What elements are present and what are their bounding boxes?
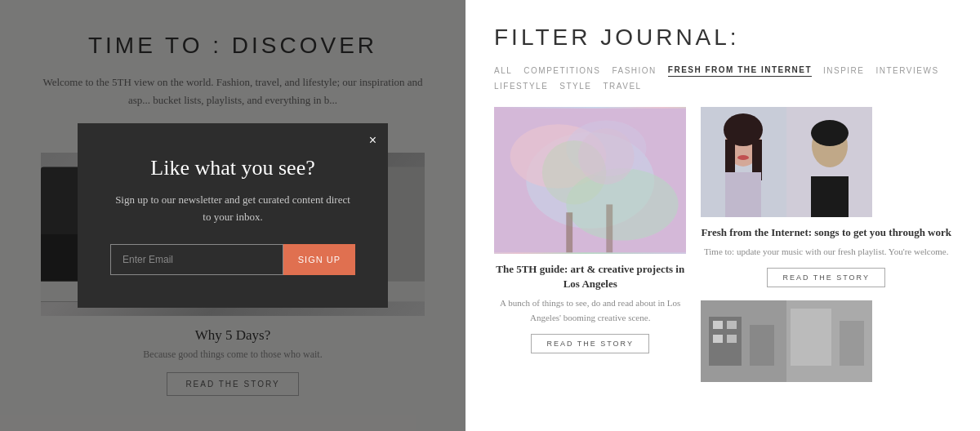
nav-travel[interactable]: TRAVEL — [604, 80, 642, 92]
svg-point-35 — [811, 120, 849, 146]
modal-title: Like what you see? — [110, 156, 355, 180]
right-articles: Fresh from the Internet: songs to get yo… — [701, 107, 951, 382]
songs-image — [701, 107, 872, 217]
bottom-article-image — [701, 300, 872, 382]
article-card-songs: Fresh from the Internet: songs to get yo… — [701, 107, 951, 287]
svg-rect-41 — [750, 325, 774, 366]
right-panel: FILTER JOURNAL: ALL COMPETITIONS FASHION… — [466, 0, 980, 431]
art-image — [494, 107, 686, 254]
art-article-desc: A bunch of things to see, do and read ab… — [494, 296, 686, 325]
articles-grid: The 5TH guide: art & creative projects i… — [494, 107, 951, 382]
filter-nav: ALL COMPETITIONS FASHION FRESH FROM THE … — [494, 64, 951, 92]
nav-fresh[interactable]: FRESH FROM THE INTERNET — [668, 64, 812, 77]
svg-rect-42 — [791, 309, 831, 366]
left-panel: TIME TO : DISCOVER Welcome to the 5TH vi… — [0, 0, 466, 431]
nav-inspire[interactable]: INSPIRE — [823, 64, 865, 77]
modal-close-button[interactable]: × — [369, 133, 376, 148]
svg-point-32 — [737, 155, 749, 160]
svg-point-22 — [578, 128, 635, 184]
svg-rect-31 — [725, 172, 761, 217]
nav-interviews[interactable]: INTERVIEWS — [876, 64, 939, 77]
nav-lifestyle[interactable]: LIFESTYLE — [494, 80, 548, 92]
svg-rect-23 — [566, 212, 572, 252]
songs-article-desc: Time to: update your music with our fres… — [701, 245, 951, 260]
nav-competitions[interactable]: COMPETITIONS — [523, 64, 600, 77]
svg-rect-46 — [713, 335, 723, 343]
svg-rect-44 — [713, 321, 723, 329]
songs-article-title: Fresh from the Internet: songs to get yo… — [701, 225, 951, 240]
nav-fashion[interactable]: FASHION — [612, 64, 656, 77]
nav-all[interactable]: ALL — [494, 64, 512, 77]
songs-read-story-button[interactable]: READ THE STORY — [767, 268, 885, 287]
modal-description: Sign up to our newsletter and get curate… — [110, 192, 355, 226]
filter-title: FILTER JOURNAL: — [494, 24, 951, 51]
modal: × Like what you see? Sign up to our news… — [78, 123, 388, 308]
article-card-art: The 5TH guide: art & creative projects i… — [494, 107, 686, 382]
art-read-story-button[interactable]: READ THE STORY — [531, 334, 649, 353]
svg-rect-47 — [727, 335, 737, 343]
modal-form: SIGN UP — [110, 244, 355, 275]
email-input[interactable] — [110, 244, 283, 275]
svg-rect-24 — [606, 204, 612, 252]
signup-button[interactable]: SIGN UP — [283, 244, 355, 275]
svg-rect-36 — [811, 176, 849, 217]
modal-overlay[interactable]: × Like what you see? Sign up to our news… — [0, 0, 466, 431]
art-article-title: The 5TH guide: art & creative projects i… — [494, 262, 686, 291]
svg-rect-43 — [840, 321, 864, 366]
nav-style[interactable]: STYLE — [559, 80, 591, 92]
svg-rect-45 — [727, 321, 737, 329]
